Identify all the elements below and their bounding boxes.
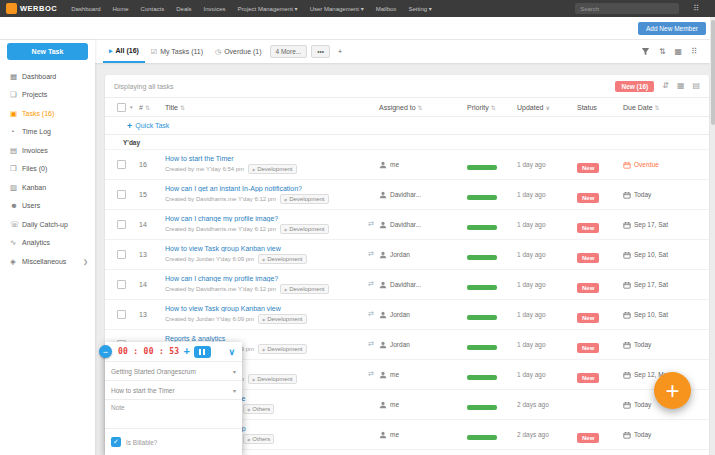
- task-tag-chip[interactable]: Others: [243, 434, 274, 444]
- task-tag-chip[interactable]: Development: [280, 194, 328, 204]
- timer-minimize-button[interactable]: [99, 345, 112, 358]
- table-row[interactable]: 15 How can I get an instant In-App notif…: [105, 180, 709, 210]
- workflow-icon[interactable]: ⇄: [368, 340, 374, 348]
- due-date-cell[interactable]: Today: [623, 431, 709, 439]
- table-row[interactable]: 14 How can I change my profile image? Cr…: [105, 270, 709, 300]
- table-row[interactable]: 13 How to view Task group Kanban view Cr…: [105, 300, 709, 330]
- task-tag-chip[interactable]: Development: [280, 224, 328, 234]
- workflow-icon[interactable]: ⇄: [368, 310, 374, 318]
- header-due-date[interactable]: Due Date: [623, 104, 709, 111]
- quick-task-button[interactable]: Quick Task: [105, 117, 709, 135]
- row-checkbox[interactable]: [117, 160, 126, 169]
- due-date-cell[interactable]: Sep 17, Sat: [623, 221, 709, 229]
- due-date-cell[interactable]: Sep 17, Sat: [623, 281, 709, 289]
- task-title-link[interactable]: How can I change my profile image?: [165, 215, 363, 222]
- expand-all-caret-icon[interactable]: [130, 104, 133, 110]
- header-assigned-to[interactable]: Assigned to: [379, 104, 467, 111]
- add-new-member-button[interactable]: Add New Member: [638, 22, 706, 35]
- sidebar-item[interactable]: ☏ Daily Catch-up: [0, 215, 95, 234]
- due-date-cell[interactable]: Overdue: [623, 161, 709, 169]
- row-checkbox[interactable]: [117, 190, 126, 199]
- tab[interactable]: •••: [311, 45, 330, 58]
- task-tag-chip[interactable]: Development: [258, 344, 306, 354]
- navbar-menu-item[interactable]: Contacts: [135, 6, 171, 12]
- sidebar-item[interactable]: ☻ Users: [0, 197, 95, 216]
- tab[interactable]: +: [332, 40, 348, 63]
- task-title-link[interactable]: Reports & analytics: [165, 335, 363, 342]
- header-updated[interactable]: Updated: [517, 104, 577, 111]
- scrollbar-track[interactable]: [710, 17, 715, 455]
- due-date-cell[interactable]: Today: [623, 191, 709, 199]
- task-title-link[interactable]: How can I change my profile image?: [165, 275, 363, 282]
- filter-icon[interactable]: [641, 47, 650, 56]
- task-title-link[interactable]: How to start the Timer: [165, 155, 363, 162]
- task-tag-chip[interactable]: Development: [258, 254, 306, 264]
- table-row[interactable]: 14 How can I change my profile image? Cr…: [105, 210, 709, 240]
- task-tag-chip[interactable]: Others: [243, 404, 274, 414]
- add-task-fab[interactable]: +: [654, 372, 691, 409]
- new-count-badge[interactable]: New (16): [615, 81, 654, 92]
- tab[interactable]: 4 More...: [270, 45, 308, 58]
- scrollbar-thumb[interactable]: [711, 20, 715, 125]
- tab[interactable]: ☑ My Tasks (11): [145, 40, 209, 63]
- row-checkbox[interactable]: [117, 220, 126, 229]
- select-all-checkbox[interactable]: [117, 103, 126, 112]
- task-title-link[interactable]: How can I get an instant In-App notifica…: [165, 185, 363, 192]
- grid-view-icon[interactable]: ▦: [675, 48, 683, 56]
- workflow-icon[interactable]: ⇄: [368, 280, 374, 288]
- sidebar-item[interactable]: ▥ Kanban: [0, 178, 95, 197]
- grid-layout-icon[interactable]: ▦: [677, 82, 685, 90]
- sort-amount-icon[interactable]: ⇵: [662, 82, 669, 90]
- priority-bar[interactable]: [467, 165, 497, 170]
- tab[interactable]: ▸ All (16): [103, 40, 145, 63]
- timer-pause-button[interactable]: [194, 346, 211, 358]
- header-priority[interactable]: Priority: [467, 104, 517, 111]
- sidebar-item[interactable]: ❏ Projects: [0, 86, 95, 105]
- priority-bar[interactable]: [467, 315, 497, 320]
- calendar-view-icon[interactable]: ▤: [692, 82, 700, 90]
- priority-bar[interactable]: [467, 345, 497, 350]
- navbar-menu-item[interactable]: Home: [107, 6, 135, 12]
- task-title-link[interactable]: How to view Task group Kanban view: [165, 245, 363, 252]
- priority-bar[interactable]: [467, 195, 497, 200]
- sidebar-item[interactable]: ◈ Miscellaneous ❯: [0, 252, 95, 271]
- navbar-menu-item[interactable]: User Management ▾: [304, 5, 370, 12]
- due-date-cell[interactable]: Today: [623, 341, 709, 349]
- sidebar-item[interactable]: ∿ Analytics: [0, 234, 95, 253]
- priority-bar[interactable]: [467, 285, 497, 290]
- table-row[interactable]: 13 How to view Task group Kanban view Cr…: [105, 240, 709, 270]
- sidebar-item[interactable]: ▣ Tasks (16): [0, 104, 95, 123]
- tab[interactable]: ◷ Overdue (1): [209, 40, 267, 63]
- header-title[interactable]: Title: [165, 104, 379, 111]
- task-tag-chip[interactable]: Development: [280, 284, 328, 294]
- table-row[interactable]: 16 How to start the Timer Created by me …: [105, 150, 709, 180]
- sidebar-item[interactable]: ◔ Time Log: [0, 123, 95, 142]
- task-tag-chip[interactable]: Development: [258, 314, 306, 324]
- task-tag-chip[interactable]: Development: [248, 374, 296, 384]
- timer-add-button[interactable]: [183, 346, 189, 357]
- timer-note-field[interactable]: Note: [105, 400, 242, 429]
- header-status[interactable]: Status: [577, 104, 623, 111]
- apps-grid-icon[interactable]: ⠿: [693, 4, 699, 13]
- navbar-menu-item[interactable]: Dashboard: [65, 6, 106, 12]
- apps-view-icon[interactable]: ⠿: [691, 48, 697, 56]
- app-logo[interactable]: WERBOC: [6, 3, 57, 14]
- row-checkbox[interactable]: [117, 280, 126, 289]
- search-input[interactable]: [575, 3, 679, 14]
- navbar-menu-item[interactable]: Deals: [170, 6, 197, 12]
- priority-bar[interactable]: [467, 375, 497, 380]
- workflow-icon[interactable]: ⇄: [368, 370, 374, 378]
- due-date-cell[interactable]: Sep 10, Sat: [623, 311, 709, 319]
- workflow-icon[interactable]: ⇄: [368, 220, 374, 228]
- sidebar-item[interactable]: ▤ Invoices: [0, 141, 95, 160]
- due-date-cell[interactable]: Sep 10, Sat: [623, 251, 709, 259]
- navbar-menu-item[interactable]: Mailbox: [370, 6, 403, 12]
- priority-bar[interactable]: [467, 405, 497, 410]
- timer-project-select[interactable]: Getting Started Orangescrum: [105, 362, 242, 381]
- navbar-menu-item[interactable]: Setting ▾: [402, 5, 437, 12]
- workflow-icon[interactable]: ⇄: [368, 250, 374, 258]
- priority-bar[interactable]: [467, 435, 497, 440]
- billable-checkbox[interactable]: [111, 437, 121, 447]
- sort-icon[interactable]: ⇅: [659, 48, 666, 56]
- header-number[interactable]: #: [139, 104, 165, 111]
